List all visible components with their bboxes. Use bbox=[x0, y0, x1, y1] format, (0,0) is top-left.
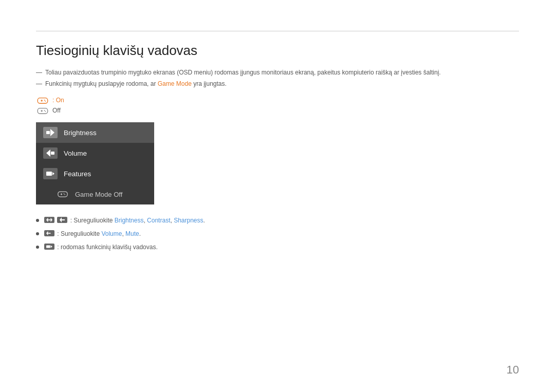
gamemode-subitem-icon bbox=[55, 189, 70, 200]
svg-marker-29 bbox=[51, 245, 52, 248]
svg-point-3 bbox=[44, 100, 45, 101]
osd-volume-label: Volume bbox=[64, 150, 87, 157]
gamepad-off-icon bbox=[36, 106, 49, 115]
svg-rect-27 bbox=[48, 233, 50, 234]
icon-on-line: : On bbox=[36, 96, 519, 105]
brightness-btn-icon bbox=[43, 127, 58, 138]
svg-rect-16 bbox=[58, 192, 67, 197]
bullet-text-3: : rodomas funkcinių klavišų vadovas. bbox=[44, 242, 158, 252]
osd-subitem-gamemode: Game Mode Off bbox=[36, 184, 154, 204]
svg-point-19 bbox=[64, 193, 65, 194]
svg-marker-15 bbox=[52, 172, 54, 175]
link-contrast[interactable]: Contrast bbox=[147, 217, 170, 224]
svg-point-8 bbox=[44, 110, 45, 111]
svg-marker-12 bbox=[46, 150, 50, 157]
osd-brightness-label: Brightness bbox=[64, 129, 97, 137]
svg-marker-21 bbox=[46, 218, 48, 222]
top-divider bbox=[36, 31, 519, 31]
game-mode-highlight: Game Mode bbox=[158, 80, 192, 87]
bullet-dot-2 bbox=[36, 232, 39, 235]
svg-point-4 bbox=[45, 101, 46, 102]
left-btn-icon bbox=[57, 217, 67, 223]
features-btn-icon bbox=[43, 168, 58, 179]
bullet-dot-3 bbox=[36, 246, 39, 249]
svg-marker-23 bbox=[51, 218, 52, 222]
bullet-item-1: : Sureguliuokite Brightness, Contrast, S… bbox=[36, 216, 519, 225]
osd-item-brightness[interactable]: Brightness bbox=[36, 122, 154, 143]
bullets-section: : Sureguliuokite Brightness, Contrast, S… bbox=[36, 216, 519, 252]
link-sharpness[interactable]: Sharpness bbox=[174, 217, 203, 224]
svg-rect-25 bbox=[62, 219, 65, 220]
bullet-text-2: : Sureguliuokite Volume, Mute. bbox=[44, 229, 141, 238]
svg-rect-10 bbox=[46, 131, 50, 134]
svg-point-9 bbox=[45, 111, 46, 112]
description-block: Toliau pavaizduotas trumpinio mygtuko ek… bbox=[36, 68, 519, 88]
page-title: Tiesioginių klavišų vadovas bbox=[36, 43, 519, 59]
link-mute[interactable]: Mute bbox=[125, 230, 139, 237]
icon-on-label: : On bbox=[52, 97, 64, 104]
svg-point-20 bbox=[64, 194, 65, 195]
bullet-text-1: : Sureguliuokite Brightness, Contrast, S… bbox=[44, 216, 205, 225]
osd-item-features[interactable]: Features bbox=[36, 163, 154, 184]
svg-rect-14 bbox=[46, 172, 52, 176]
bullet-item-2: : Sureguliuokite Volume, Mute. bbox=[36, 229, 519, 238]
svg-rect-22 bbox=[48, 219, 50, 220]
svg-rect-28 bbox=[46, 245, 50, 248]
osd-features-label: Features bbox=[64, 170, 91, 178]
svg-rect-13 bbox=[51, 152, 54, 155]
features-btn-icon-inline bbox=[44, 244, 54, 250]
page-number: 10 bbox=[507, 363, 519, 377]
desc-line-1: Toliau pavaizduotas trumpinio mygtuko ek… bbox=[36, 68, 519, 77]
desc-line-2: Funkcinių mygtukų puslapyje rodoma, ar G… bbox=[36, 79, 519, 88]
left-right-btn-icon bbox=[44, 217, 54, 223]
volume-btn-icon-inline bbox=[44, 230, 54, 236]
icon-status-block: : On Off bbox=[36, 96, 519, 115]
icon-off-label: Off bbox=[52, 107, 61, 114]
volume-btn-icon bbox=[43, 147, 58, 159]
osd-menu: Brightness Volume Features bbox=[36, 122, 154, 204]
svg-marker-11 bbox=[50, 129, 54, 136]
gamepad-on-icon bbox=[36, 96, 49, 105]
bullet-item-3: : rodomas funkcinių klavišų vadovas. bbox=[36, 242, 519, 252]
osd-gamemode-label: Game Mode Off bbox=[75, 191, 122, 198]
link-brightness[interactable]: Brightness bbox=[115, 217, 144, 224]
svg-marker-24 bbox=[60, 217, 62, 222]
osd-item-volume[interactable]: Volume bbox=[36, 143, 154, 163]
svg-marker-26 bbox=[46, 231, 48, 236]
link-volume[interactable]: Volume bbox=[101, 230, 122, 237]
icon-off-line: Off bbox=[36, 106, 519, 115]
bullet-dot-1 bbox=[36, 219, 39, 222]
